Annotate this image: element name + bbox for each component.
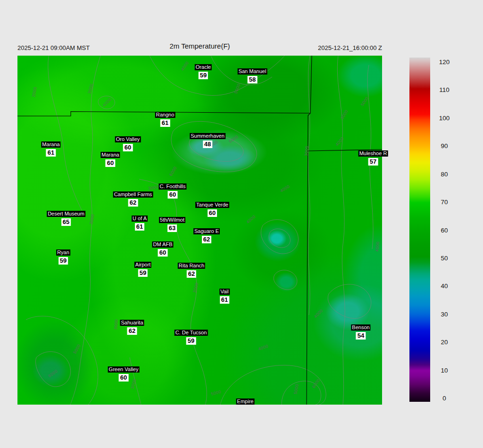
- station-value: 63: [167, 224, 177, 232]
- station-marana: Marana61: [41, 141, 60, 157]
- station-summerhaven: Summerhaven48: [190, 133, 225, 148]
- contour-elevation-label: 4000: [375, 241, 380, 252]
- colorbar-tick-70: 70: [441, 199, 448, 206]
- station-value: 60: [158, 249, 167, 257]
- station-name: Marana: [100, 152, 120, 158]
- station-rangno: Rangno61: [155, 112, 175, 127]
- station-empire: Empire: [236, 398, 255, 405]
- station-name: Oro Valley: [115, 136, 141, 142]
- station-5th-wilmot: 5th/Wilmot63: [159, 217, 185, 232]
- station-name: Desert Museum: [47, 211, 85, 217]
- station-value: 60: [168, 191, 177, 199]
- station-name: Rangno: [155, 112, 175, 118]
- station-rita-ranch: Rita Ranch62: [178, 263, 205, 278]
- station-value: 61: [160, 119, 170, 127]
- station-tanque-verde: Tanque Verde60: [195, 202, 229, 217]
- contour-elevation-label: 4000: [279, 184, 291, 193]
- contour-elevation-label: 4000: [245, 214, 256, 224]
- contour-elevation-label: 3000: [87, 83, 94, 94]
- contour-elevation-label: 4000: [313, 308, 324, 319]
- station-value: 61: [220, 296, 229, 304]
- station-name: Tanque Verde: [195, 202, 229, 208]
- station-value: 54: [356, 332, 366, 340]
- station-value: 57: [368, 158, 378, 166]
- station-name: Summerhaven: [190, 133, 225, 139]
- station-value: 62: [127, 327, 137, 335]
- station-airport: Airport59: [134, 262, 151, 277]
- station-value: 60: [208, 209, 217, 217]
- contour-elevation-label: 4000: [334, 136, 345, 147]
- station-value: 61: [46, 149, 56, 157]
- station-name: Campbell Farms: [113, 191, 153, 198]
- station-name: Vail: [219, 289, 230, 295]
- station-value: 60: [119, 374, 128, 382]
- right-timestamp: 2025-12-21_16:00:00 Z: [318, 44, 382, 51]
- station-ryan: Ryan59: [56, 249, 70, 265]
- station-value: 60: [106, 159, 115, 167]
- station-value: 48: [203, 141, 212, 148]
- contour-elevation-label: 6000: [311, 378, 321, 389]
- station-name: Green Valley: [108, 366, 140, 373]
- colorbar-tick-10: 10: [441, 366, 448, 373]
- station-name: Sahuarita: [120, 320, 144, 326]
- colorbar: 1201101009080706050403020100: [409, 58, 430, 402]
- station-name: Muleshoe R: [358, 150, 388, 157]
- station-value: 58: [248, 76, 257, 83]
- station-marana: Marana60: [100, 152, 120, 167]
- contour-elevation-label: 5000: [293, 383, 300, 394]
- colorbar-ticks: 1201101009080706050403020100: [409, 58, 430, 402]
- station-c-de-tucson: C. De Tucson59: [175, 330, 208, 345]
- contour-elevation-label: 3000: [89, 214, 95, 224]
- temperature-map: Oracle59San Manuel58Rangno61Oro Valley60…: [17, 56, 382, 405]
- contour-elevation-label: 4000: [258, 344, 269, 352]
- station-muleshoe-r: Muleshoe R57: [358, 150, 388, 166]
- station-value: 59: [199, 72, 208, 79]
- station-desert-museum: Desert Museum65: [47, 211, 85, 226]
- colorbar-tick-90: 90: [441, 142, 448, 149]
- station-name: San Manuel: [238, 68, 267, 75]
- contour-elevation-label: 3000: [192, 282, 199, 293]
- station-value: 62: [202, 236, 211, 243]
- station-name: Rita Ranch: [178, 263, 205, 269]
- contour-elevation-label: 5000: [228, 134, 239, 144]
- colorbar-tick-40: 40: [441, 282, 448, 290]
- colorbar-tick-100: 100: [439, 114, 450, 121]
- colorbar-tick-60: 60: [441, 226, 448, 233]
- colorbar-tick-20: 20: [441, 339, 448, 346]
- station-name: Saguaro E: [193, 228, 220, 234]
- colorbar-tick-0: 0: [442, 395, 446, 402]
- station-campbell-farms: Campbell Farms62: [113, 191, 153, 207]
- contour-elevation-label: 6000: [168, 166, 178, 177]
- station-name: DM AFB: [152, 241, 174, 248]
- contour-elevation-label: 2000: [31, 86, 38, 97]
- colorbar-tick-80: 80: [441, 170, 448, 177]
- weather-map-screenshot: 2025-12-21 09:00AM MST 2m Temperature(F)…: [0, 0, 483, 448]
- station-san-manuel: San Manuel58: [238, 68, 267, 83]
- contour-elevation-label: 3000: [304, 146, 309, 157]
- station-name: 5th/Wilmot: [159, 217, 185, 223]
- station-name: Marana: [41, 141, 60, 148]
- station-value: 59: [58, 257, 68, 265]
- station-value: 59: [186, 337, 196, 345]
- station-oracle: Oracle59: [195, 64, 212, 79]
- contour-elevation-label: 4000: [180, 60, 190, 72]
- station-name: U of A: [132, 216, 148, 222]
- station-saguaro-e: Saguaro E62: [193, 228, 220, 243]
- colorbar-tick-50: 50: [441, 254, 448, 261]
- station-name: Empire: [236, 398, 255, 405]
- station-sahuarita: Sahuarita62: [120, 320, 144, 335]
- station-value: 62: [128, 199, 138, 207]
- station-dm-afb: DM AFB60: [152, 241, 174, 257]
- station-value: 60: [123, 144, 133, 151]
- station-green-valley: Green Valley60: [108, 366, 140, 382]
- station-name: C. De Tucson: [175, 330, 208, 336]
- contour-elevation-label: 5000: [210, 389, 222, 396]
- station-vail: Vail61: [219, 289, 230, 304]
- station-name: Ryan: [56, 249, 70, 256]
- station-name: Oracle: [195, 64, 212, 70]
- contour-elevation-label: 6000: [47, 369, 58, 379]
- contour-elevation-label: 4000: [102, 97, 113, 108]
- contour-elevation-label: 3000: [113, 319, 119, 330]
- station-benson: Benson54: [351, 324, 370, 340]
- colorbar-tick-30: 30: [441, 310, 448, 317]
